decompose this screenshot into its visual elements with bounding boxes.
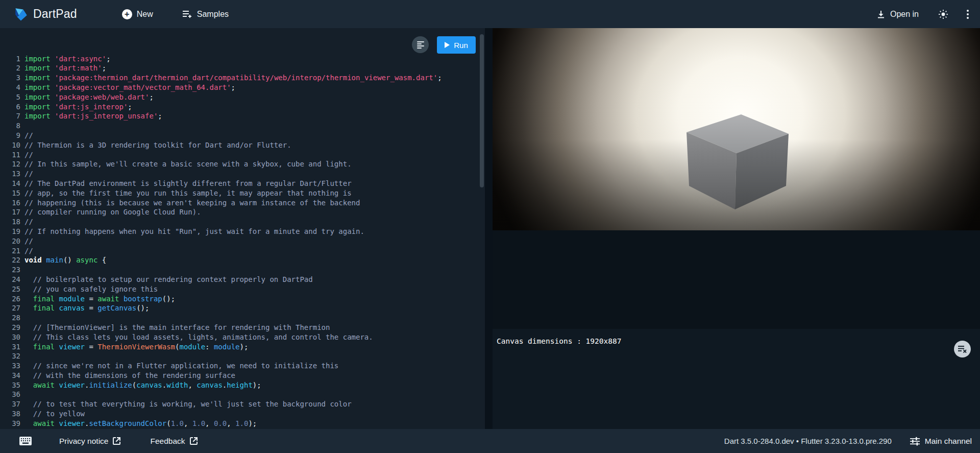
code-text: // [24,246,485,256]
code-line[interactable]: 22void main() async { [0,255,485,265]
code-text [24,313,485,323]
samples-button-label: Samples [197,10,229,19]
code-line[interactable]: 27 final canvas = getCanvas(); [0,303,485,313]
code-text: // happening (this is because we aren't … [24,198,485,208]
new-button[interactable]: + New [119,9,156,20]
line-number: 22 [0,255,24,265]
theme-toggle-button[interactable] [935,9,951,20]
code-line[interactable]: 5import 'package:web/web.dart'; [0,92,485,102]
code-line[interactable]: 29 // [ThermionViewer] is the main inter… [0,323,485,332]
line-number: 31 [0,342,24,352]
code-line[interactable]: 37 // to test that everything is working… [0,399,485,409]
format-button[interactable] [412,36,429,53]
code-line[interactable]: 26 final module = await bootstrap(); [0,294,485,304]
overflow-menu-button[interactable] [965,8,971,21]
code-line[interactable]: 7import 'dart:js_interop_unsafe'; [0,111,485,121]
run-button-label: Run [454,41,468,50]
line-number: 36 [0,390,24,399]
run-button[interactable]: Run [437,36,476,54]
privacy-notice-link[interactable]: Privacy notice [59,437,120,446]
line-number: 26 [0,294,24,304]
console-panel: Canvas dimensions : 980x453 [493,329,980,429]
feedback-label: Feedback [150,437,185,446]
code-line[interactable]: 35 await viewer.initialize(canvas.width,… [0,380,485,390]
editor-panel[interactable]: 1import 'dart:async';2import 'dart:math'… [0,28,485,429]
line-number: 34 [0,371,24,380]
code-line[interactable]: 16// happening (this is because we aren'… [0,198,485,208]
code-text: import 'dart:async'; [24,54,485,64]
format-align-icon [417,41,424,42]
line-number: 13 [0,169,24,179]
code-line[interactable]: 14// The DartPad environment is slightly… [0,179,485,188]
line-number: 11 [0,150,24,160]
code-line[interactable]: 3import 'package:thermion_dart/thermion_… [0,73,485,83]
code-line[interactable]: 39 await viewer.setBackgroundColor(1.0, … [0,419,485,428]
line-number: 38 [0,409,24,419]
code-line[interactable]: 12// In this sample, we'll create a basi… [0,159,485,169]
code-text: await viewer.initialize(canvas.width, ca… [24,380,485,390]
code-text: // [24,169,485,179]
code-line[interactable]: 1import 'dart:async'; [0,54,485,64]
code-line[interactable]: 18// [0,217,485,227]
clear-console-button[interactable] [954,341,971,357]
code-line[interactable]: 24 // boilerplate to setup our rendering… [0,275,485,284]
code-line[interactable]: 28 [0,313,485,323]
brightness-icon [938,9,948,19]
line-number: 27 [0,303,24,313]
output-panel: Canvas dimensions : 980x453 [493,28,980,429]
code-line[interactable]: 36 [0,390,485,399]
playlist-add-icon [183,10,192,18]
code-line[interactable]: 11// [0,150,485,160]
code-text: import 'dart:js_interop_unsafe'; [24,111,485,121]
code-text [24,121,485,131]
code-text: final viewer = ThermionViewerWasm(module… [24,342,485,352]
code-line[interactable]: 4import 'package:vector_math/vector_math… [0,83,485,92]
code-text: void main() async { [24,255,485,265]
code-lines: 1import 'dart:async';2import 'dart:math'… [0,54,485,429]
code-text [24,265,485,275]
samples-button[interactable]: Samples [180,9,232,19]
line-number: 17 [0,207,24,217]
line-number: 21 [0,246,24,256]
new-button-label: New [137,10,153,19]
code-text: import 'package:thermion_dart/thermion_d… [24,73,485,83]
code-line[interactable]: 17// compiler running on Google Cloud Ru… [0,207,485,217]
code-text: // boilerplate to setup our rendering co… [24,275,485,284]
line-number: 23 [0,265,24,275]
code-line[interactable]: 19// If nothing happens when you hit "Ru… [0,227,485,236]
editor-scrollbar[interactable] [480,34,484,187]
code-text [24,351,485,361]
code-text: // you can safely ignore this [24,284,485,294]
code-line[interactable]: 10// Thermion is a 3D rendering toolkit … [0,140,485,150]
line-number: 16 [0,198,24,208]
line-number: 29 [0,323,24,332]
code-line[interactable]: 33 // since we're not in a Flutter appli… [0,361,485,371]
code-line[interactable]: 30 // This class lets you load assets, l… [0,332,485,342]
dart-logo-icon [14,7,28,22]
channel-selector[interactable]: Main channel [910,437,972,446]
feedback-link[interactable]: Feedback [150,437,197,446]
open-in-button[interactable]: Open in [873,9,922,19]
channel-label: Main channel [925,437,972,446]
code-line[interactable]: 13// [0,169,485,179]
code-line[interactable]: 15// app, so the first time you run this… [0,188,485,198]
code-line[interactable]: 20// [0,236,485,246]
code-line[interactable]: 23 [0,265,485,275]
code-editor[interactable]: 1import 'dart:async';2import 'dart:math'… [0,28,485,429]
code-line[interactable]: 8 [0,121,485,131]
code-line[interactable]: 21// [0,246,485,256]
code-line[interactable]: 2import 'dart:math'; [0,63,485,73]
code-line[interactable]: 9// [0,131,485,140]
console-toggle-button[interactable] [16,436,35,446]
line-number: 2 [0,63,24,73]
code-text: // Thermion is a 3D rendering toolkit fo… [24,140,485,150]
code-line[interactable]: 25 // you can safely ignore this [0,284,485,294]
code-line[interactable]: 31 final viewer = ThermionViewerWasm(mod… [0,342,485,352]
code-line[interactable]: 34 // with the dimensions of the renderi… [0,371,485,380]
code-line[interactable]: 32 [0,351,485,361]
code-line[interactable]: 38 // to yellow [0,409,485,419]
webgl-canvas [493,28,980,230]
code-text: // In this sample, we'll create a basic … [24,159,485,169]
code-line[interactable]: 6import 'dart:js_interop'; [0,102,485,112]
bottom-bar: Privacy notice Feedback Dart 3.5.0-284.0… [0,429,980,453]
